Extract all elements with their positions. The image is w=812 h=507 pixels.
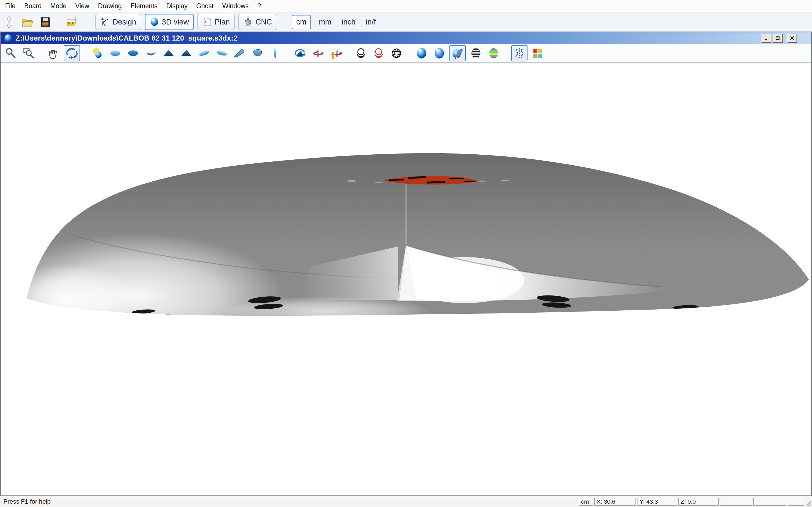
status-bar: Press F1 for help cmX: 30.6Y: 43.3Z: 0.0 xyxy=(0,496,812,507)
button-label: Plan xyxy=(214,18,230,26)
rotate-view-icon[interactable] xyxy=(64,45,80,61)
document-icon xyxy=(4,34,13,43)
viewport-3d[interactable] xyxy=(1,63,811,496)
status-coord-x: X: 30.6 xyxy=(594,498,636,506)
pan-icon[interactable] xyxy=(46,46,61,61)
sphere-small-icon xyxy=(150,17,159,27)
unit-inch[interactable]: inch xyxy=(340,16,358,28)
render-curvature-icon[interactable] xyxy=(486,46,501,61)
cnc-button[interactable]: CNC xyxy=(238,14,277,30)
menu-bar: FileBoardModeViewDrawingElementsDisplayG… xyxy=(0,0,812,12)
button-label: Design xyxy=(112,18,136,26)
spin-animation-icon[interactable] xyxy=(293,46,308,61)
view-toolbar xyxy=(1,44,811,63)
status-coord-z: Z: 0.0 xyxy=(678,498,719,506)
button-label: CNC xyxy=(255,18,272,26)
status-empty-2 xyxy=(753,498,786,506)
render-shiny-icon[interactable] xyxy=(432,46,447,61)
status-coord-y: Y: 43.3 xyxy=(637,498,677,506)
main-toolbar: Design3D viewPlanCNC cmmminchin/f xyxy=(0,12,812,32)
status-empty-3 xyxy=(788,498,804,506)
menu-view[interactable]: View xyxy=(75,0,89,11)
save-file-icon[interactable] xyxy=(38,15,52,29)
units-group: cmmminchin/f xyxy=(292,15,378,29)
status-panels: cmX: 30.6Y: 43.3Z: 0.0 xyxy=(579,498,804,506)
wireframe-black-icon[interactable] xyxy=(353,46,368,61)
menu-ghost[interactable]: Ghost xyxy=(196,0,213,11)
resize-grip-icon[interactable] xyxy=(804,499,811,506)
menu-drawing[interactable]: Drawing xyxy=(98,0,121,11)
open-file-icon[interactable] xyxy=(20,15,35,29)
menu-elements[interactable]: Elements xyxy=(131,0,158,11)
design-button[interactable]: Design xyxy=(95,14,141,30)
view-bottom-icon[interactable] xyxy=(125,46,141,61)
status-help-text: Press F1 for help xyxy=(3,498,51,505)
rotate-yaw-icon[interactable] xyxy=(310,46,326,61)
close-button[interactable] xyxy=(787,34,797,43)
view-persp-nose-icon[interactable] xyxy=(232,46,247,61)
unit-cm[interactable]: cm xyxy=(292,15,311,29)
document-window: Z:\Users\dennery\Downloads\CALBOB 82 31 … xyxy=(0,32,812,496)
mode-buttons-group: Design3D viewPlanCNC xyxy=(95,14,277,30)
rotate-pitch-icon[interactable] xyxy=(328,46,343,61)
view-nose-icon[interactable] xyxy=(161,46,176,61)
wireframe-sphere-icon[interactable] xyxy=(389,46,404,61)
menu-display[interactable]: Display xyxy=(166,0,188,11)
application-window: { "app": { "accent_color": "#4d7dd2", "t… xyxy=(0,0,812,507)
symmetry-icon[interactable] xyxy=(511,45,527,61)
menu-windows[interactable]: Windows xyxy=(222,0,248,11)
plan-button[interactable]: Plan xyxy=(197,14,235,30)
render-smooth-icon[interactable] xyxy=(414,46,429,61)
wireframe-red-icon[interactable] xyxy=(371,46,386,61)
maximize-button[interactable] xyxy=(773,34,783,43)
document-title: Z:\Users\dennery\Downloads\CALBOB 82 31 … xyxy=(15,34,238,42)
menu-file[interactable]: File xyxy=(5,0,15,11)
surfboard-render xyxy=(1,63,811,496)
status-empty-1 xyxy=(720,498,752,506)
view-front-outline-icon[interactable] xyxy=(267,46,283,61)
document-titlebar[interactable]: Z:\Users\dennery\Downloads\CALBOB 82 31 … xyxy=(1,33,811,44)
unit-mm[interactable]: mm xyxy=(317,16,334,28)
cnc-icon xyxy=(243,17,253,27)
file-tools-group xyxy=(2,15,80,29)
menu-board[interactable]: Board xyxy=(24,0,42,11)
view-tail-icon[interactable] xyxy=(179,46,194,61)
view-persp-deck-icon[interactable] xyxy=(197,46,212,61)
measurements-icon[interactable] xyxy=(65,15,80,29)
new-board-icon[interactable] xyxy=(2,15,16,29)
paint-mode-icon[interactable] xyxy=(449,45,466,61)
unit-inf[interactable]: in/f xyxy=(363,16,378,28)
view-deck-icon[interactable] xyxy=(108,46,123,61)
zoom-icon[interactable] xyxy=(3,46,18,61)
view-persp-tail-icon[interactable] xyxy=(250,46,265,61)
light-source-icon[interactable] xyxy=(90,46,105,61)
menu-help[interactable]: ? xyxy=(257,0,261,11)
plan-icon xyxy=(202,17,212,27)
status-unit: cm xyxy=(579,498,593,506)
view-rocker-icon[interactable] xyxy=(143,46,158,61)
color-palette-icon[interactable] xyxy=(530,46,545,61)
3d-view-button[interactable]: 3D view xyxy=(145,14,194,30)
menu-mode[interactable]: Mode xyxy=(50,0,66,11)
view-persp-bottom-icon[interactable] xyxy=(214,46,230,61)
design-icon xyxy=(100,17,110,27)
minimize-button[interactable] xyxy=(762,34,771,43)
window-controls xyxy=(762,34,797,43)
button-label: 3D view xyxy=(162,18,189,26)
zoom-window-icon[interactable] xyxy=(21,46,36,61)
render-stripes-icon[interactable] xyxy=(468,46,484,61)
